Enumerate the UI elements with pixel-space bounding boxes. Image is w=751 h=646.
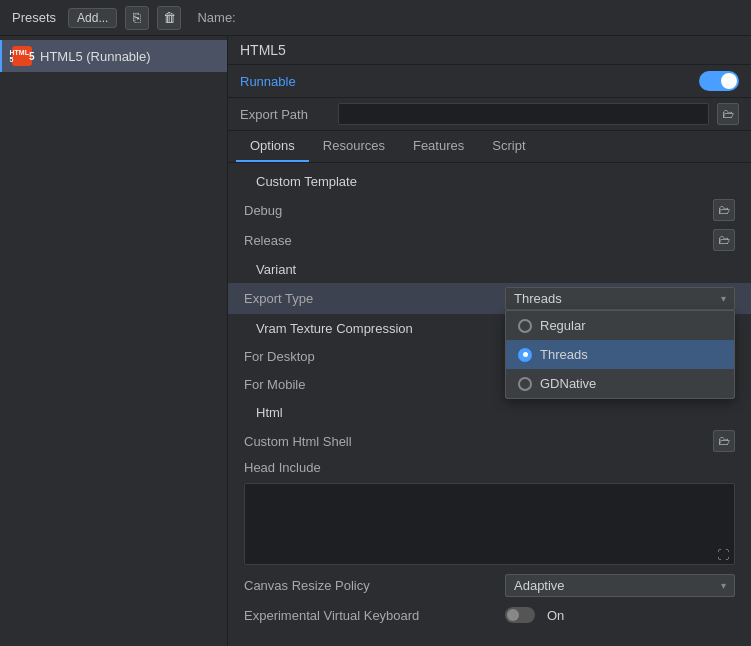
- tab-script[interactable]: Script: [478, 131, 539, 162]
- right-panel: HTML5 Runnable Export Path 🗁 Options Res…: [228, 36, 751, 646]
- export-path-folder-button[interactable]: 🗁: [717, 103, 739, 125]
- experimental-keyboard-row: Experimental Virtual Keyboard On: [228, 601, 751, 629]
- runnable-toggle[interactable]: [699, 71, 739, 91]
- canvas-resize-dropdown[interactable]: Adaptive ▾: [505, 574, 735, 597]
- export-type-label: Export Type: [244, 291, 505, 306]
- option-threads-label: Threads: [540, 347, 588, 362]
- debug-label: Debug: [244, 203, 713, 218]
- variant-row: Variant: [228, 255, 751, 283]
- delete-icon-button[interactable]: 🗑: [157, 6, 181, 30]
- head-include-section: Head Include ⛶: [228, 456, 751, 570]
- radio-threads: [518, 348, 532, 362]
- custom-template-row: Custom Template: [228, 167, 751, 195]
- tab-features[interactable]: Features: [399, 131, 478, 162]
- custom-html-shell-row: Custom Html Shell 🗁: [228, 426, 751, 456]
- header-row: HTML5: [228, 36, 751, 65]
- top-bar: Presets Add... ⎘ 🗑 Name:: [0, 0, 751, 36]
- custom-template-label: Custom Template: [256, 174, 735, 189]
- preset-item-html5[interactable]: HTML5 HTML5 (Runnable): [0, 40, 227, 72]
- tab-resources[interactable]: Resources: [309, 131, 399, 162]
- export-path-row: Export Path 🗁: [228, 98, 751, 131]
- custom-html-shell-folder-icon: 🗁: [718, 434, 730, 448]
- debug-folder-button[interactable]: 🗁: [713, 199, 735, 221]
- experimental-keyboard-toggle[interactable]: [505, 607, 535, 623]
- experimental-keyboard-label: Experimental Virtual Keyboard: [244, 608, 505, 623]
- tabs-row: Options Resources Features Script: [228, 131, 751, 163]
- trash-icon: 🗑: [163, 10, 176, 25]
- custom-html-shell-folder-button[interactable]: 🗁: [713, 430, 735, 452]
- release-label: Release: [244, 233, 713, 248]
- html-label: Html: [256, 405, 735, 420]
- tab-options[interactable]: Options: [236, 131, 309, 162]
- export-type-dropdown[interactable]: Threads ▾: [505, 287, 735, 310]
- sidebar: HTML5 HTML5 (Runnable): [0, 36, 228, 646]
- debug-folder-icon: 🗁: [718, 203, 730, 217]
- chevron-down-icon: ▾: [721, 293, 726, 304]
- experimental-keyboard-control: On: [505, 607, 735, 623]
- radio-regular: [518, 319, 532, 333]
- main-layout: HTML5 HTML5 (Runnable) HTML5 Runnable Ex…: [0, 36, 751, 646]
- expand-icon[interactable]: ⛶: [717, 548, 729, 562]
- option-regular-label: Regular: [540, 318, 586, 333]
- runnable-row: Runnable: [228, 65, 751, 98]
- option-gdnative-label: GDNative: [540, 376, 596, 391]
- options-content: Custom Template Debug 🗁 Release 🗁 Varian…: [228, 163, 751, 646]
- runnable-label: Runnable: [240, 74, 699, 89]
- html5-icon: HTML5: [12, 46, 32, 66]
- page-title: HTML5: [240, 42, 739, 58]
- variant-label: Variant: [256, 262, 735, 277]
- export-type-option-gdnative[interactable]: GDNative: [506, 369, 734, 398]
- name-label: Name:: [197, 10, 235, 25]
- canvas-resize-row: Canvas Resize Policy Adaptive ▾: [228, 570, 751, 601]
- add-button[interactable]: Add...: [68, 8, 117, 28]
- export-type-value: Threads: [514, 291, 562, 306]
- preset-item-label: HTML5 (Runnable): [40, 49, 151, 64]
- export-type-option-regular[interactable]: Regular: [506, 311, 734, 340]
- export-type-dropdown-container: Threads ▾ Regular Threads: [505, 287, 735, 310]
- export-type-popup: Regular Threads GDNative: [505, 310, 735, 399]
- experimental-keyboard-value: On: [547, 608, 564, 623]
- canvas-chevron-icon: ▾: [721, 580, 726, 591]
- export-type-row: Export Type Threads ▾ Regular: [228, 283, 751, 314]
- export-type-option-threads[interactable]: Threads: [506, 340, 734, 369]
- radio-gdnative: [518, 377, 532, 391]
- export-path-label: Export Path: [240, 107, 330, 122]
- presets-label: Presets: [8, 8, 60, 27]
- release-folder-icon: 🗁: [718, 233, 730, 247]
- export-path-input[interactable]: [338, 103, 709, 125]
- head-include-textarea[interactable]: [244, 483, 735, 565]
- release-row: Release 🗁: [228, 225, 751, 255]
- html-row: Html: [228, 398, 751, 426]
- copy-icon: ⎘: [133, 10, 141, 25]
- debug-row: Debug 🗁: [228, 195, 751, 225]
- folder-icon: 🗁: [722, 107, 734, 121]
- copy-icon-button[interactable]: ⎘: [125, 6, 149, 30]
- canvas-resize-dropdown-container: Adaptive ▾: [505, 574, 735, 597]
- head-include-label: Head Include: [244, 460, 321, 475]
- release-folder-button[interactable]: 🗁: [713, 229, 735, 251]
- canvas-resize-label: Canvas Resize Policy: [244, 578, 505, 593]
- canvas-resize-value: Adaptive: [514, 578, 565, 593]
- custom-html-shell-label: Custom Html Shell: [244, 434, 713, 449]
